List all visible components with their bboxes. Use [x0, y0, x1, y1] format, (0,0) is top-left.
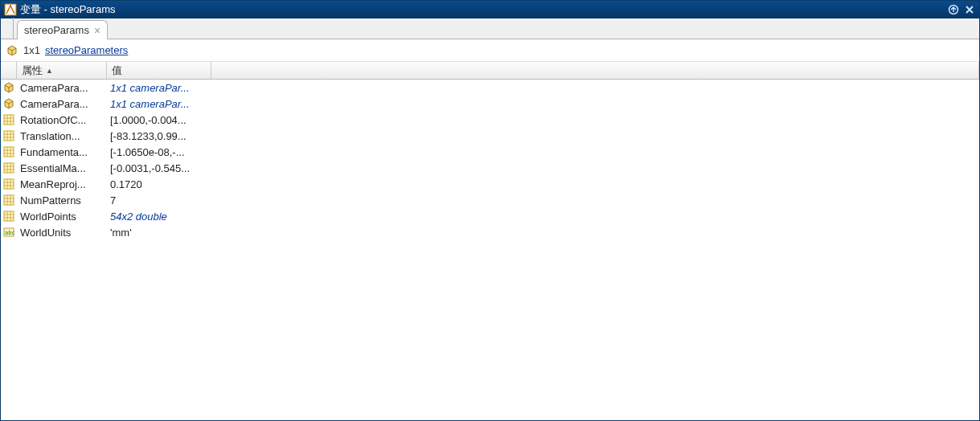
matrix-icon: [1, 178, 17, 190]
tab-label: stereoParams: [24, 24, 89, 36]
property-value[interactable]: 1x1 cameraPar...: [107, 98, 268, 110]
matrix-icon: [1, 162, 17, 174]
property-name: Fundamenta...: [17, 146, 107, 158]
titlebar-text: 变量 - stereoParams: [20, 2, 947, 17]
svg-rect-8: [4, 195, 14, 205]
property-value: 0.1720: [107, 178, 268, 190]
grid-header: 属性 ▲ 值: [1, 62, 979, 80]
minimize-button[interactable]: [947, 3, 960, 16]
svg-rect-5: [4, 147, 14, 157]
tab-stereoparams[interactable]: stereoParams ×: [17, 20, 108, 39]
object-icon: [6, 44, 18, 57]
titlebar-prefix: 变量 -: [20, 3, 51, 15]
property-name: CameraPara...: [17, 82, 107, 94]
matrix-icon: [1, 210, 17, 222]
variable-editor-window: 变量 - stereoParams stereoParams × 1x1 ste…: [0, 0, 980, 421]
titlebar-controls: [947, 3, 976, 16]
property-value: 'mm': [107, 227, 268, 239]
property-name: EssentialMa...: [17, 162, 107, 174]
svg-rect-6: [4, 163, 14, 173]
property-grid: 属性 ▲ 值 CameraPara...1x1 cameraPar...Came…: [1, 62, 979, 420]
object-icon: [1, 98, 17, 109]
svg-point-1: [10, 5, 11, 6]
grid-body: CameraPara...1x1 cameraPar...CameraPara.…: [1, 80, 979, 240]
object-icon: [1, 82, 17, 93]
matrix-icon: [1, 194, 17, 206]
header-value-col[interactable]: 值: [107, 62, 211, 79]
property-name: WorldPoints: [17, 210, 107, 223]
svg-text:abc: abc: [5, 230, 14, 236]
close-button[interactable]: [963, 3, 976, 16]
sort-asc-icon: ▲: [46, 67, 53, 75]
svg-rect-3: [4, 115, 14, 125]
titlebar[interactable]: 变量 - stereoParams: [1, 1, 979, 18]
property-value: [-1.0650e-08,-...: [107, 146, 268, 158]
property-name: WorldUnits: [17, 227, 107, 239]
property-row[interactable]: MeanReproj...0.1720: [1, 176, 979, 192]
property-name: MeanReproj...: [17, 178, 107, 190]
svg-rect-4: [4, 131, 14, 141]
tab-close-icon[interactable]: ×: [94, 25, 100, 36]
property-value: [-83.1233,0.99...: [107, 130, 268, 142]
app-icon: [4, 3, 17, 16]
breadcrumb-type-link[interactable]: stereoParameters: [45, 44, 128, 56]
property-value: 7: [107, 194, 268, 206]
header-value-label: 值: [112, 63, 122, 78]
breadcrumb: 1x1 stereoParameters: [1, 39, 979, 62]
titlebar-varname: stereoParams: [51, 3, 116, 15]
property-name: NumPatterns: [17, 194, 107, 206]
matrix-icon: [1, 146, 17, 157]
header-name-col[interactable]: 属性 ▲: [17, 62, 107, 79]
property-row[interactable]: WorldPoints54x2 double: [1, 208, 979, 224]
property-name: Translation...: [17, 130, 107, 142]
property-value[interactable]: 1x1 cameraPar...: [107, 82, 268, 94]
matrix-icon: [1, 130, 17, 141]
property-row[interactable]: NumPatterns7: [1, 192, 979, 208]
matrix-icon: [1, 114, 17, 125]
string-icon: abc: [1, 227, 17, 238]
property-value: [-0.0031,-0.545...: [107, 162, 268, 174]
property-row[interactable]: CameraPara...1x1 cameraPar...: [1, 80, 979, 96]
property-row[interactable]: Fundamenta...[-1.0650e-08,-...: [1, 144, 979, 160]
svg-rect-7: [4, 179, 14, 189]
tab-spacer: [7, 18, 14, 39]
property-name: CameraPara...: [17, 98, 107, 110]
tab-bar: stereoParams ×: [1, 18, 979, 39]
property-row[interactable]: Translation...[-83.1233,0.99...: [1, 128, 979, 144]
svg-rect-9: [4, 211, 14, 221]
property-value: [1.0000,-0.004...: [107, 114, 268, 126]
property-row[interactable]: EssentialMa...[-0.0031,-0.545...: [1, 160, 979, 176]
header-icon-col[interactable]: [1, 62, 17, 79]
property-row[interactable]: abcWorldUnits'mm': [1, 224, 979, 240]
header-rest: [211, 62, 979, 79]
header-name-label: 属性: [22, 63, 43, 78]
property-value[interactable]: 54x2 double: [107, 210, 268, 223]
breadcrumb-size: 1x1: [23, 44, 40, 56]
property-name: RotationOfC...: [17, 114, 107, 126]
property-row[interactable]: RotationOfC...[1.0000,-0.004...: [1, 112, 979, 128]
property-row[interactable]: CameraPara...1x1 cameraPar...: [1, 96, 979, 112]
